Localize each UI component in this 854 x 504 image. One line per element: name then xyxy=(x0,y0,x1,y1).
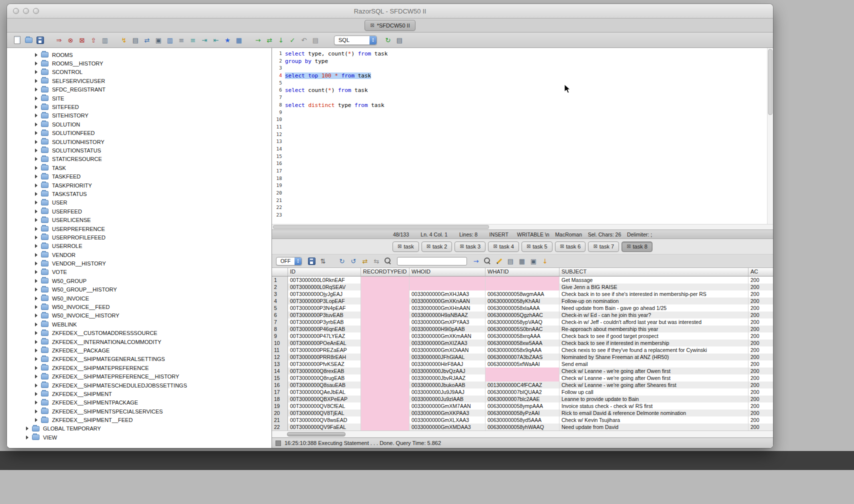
tree-item-table[interactable]: SOLUTIONFEED xyxy=(7,129,272,138)
table-cell[interactable]: 006300000058x9qAAA xyxy=(486,346,560,354)
table-cell[interactable] xyxy=(361,382,410,388)
execute-script-icon[interactable]: ▤ xyxy=(130,35,140,45)
tree-item-table[interactable]: ZKFEDEX__SHIPMATESCHEDULEDJOBSSETTINGS xyxy=(7,381,272,390)
row-number-cell[interactable]: 2 xyxy=(272,284,288,290)
edit-table-icon[interactable]: ▤ xyxy=(506,256,516,266)
table-cell[interactable]: Check-in w/ Jeff - couldn't afford last … xyxy=(560,318,748,326)
table-cell[interactable] xyxy=(361,290,410,298)
table-cell[interactable]: 200 xyxy=(748,382,773,388)
table-cell[interactable]: 006300000058xlaAAA xyxy=(486,304,560,312)
table-cell[interactable]: Leanne to provide update to Bain xyxy=(560,396,748,402)
table-cell[interactable]: 200 xyxy=(748,304,773,312)
tab-close-icon[interactable]: ⊠ xyxy=(460,244,464,249)
table-cell[interactable]: 006300000058ypVAAQ xyxy=(486,318,560,326)
export-icon[interactable]: ⇄ xyxy=(142,35,152,45)
disclosure-icon[interactable] xyxy=(35,236,38,240)
row-number-cell[interactable]: 3 xyxy=(272,290,288,298)
table-cell[interactable]: 0033000000GmXKmAAN xyxy=(410,332,486,340)
tree-item-table[interactable]: W50_INVOICE__HISTORY xyxy=(7,312,272,320)
tree-item-table[interactable]: ROOMS__HISTORY xyxy=(7,59,272,68)
tree-item-table[interactable]: ZKFEDEX__SHIPMENTPACKAGE xyxy=(7,398,272,407)
table-cell[interactable]: 006300000058yhWAAQ xyxy=(486,424,560,430)
fk-lookup-icon[interactable]: ↻ xyxy=(337,256,347,266)
disclosure-icon[interactable] xyxy=(35,374,38,378)
table-cell[interactable]: 200 xyxy=(748,374,773,382)
column-header[interactable]: ID xyxy=(288,268,361,276)
table-cell[interactable] xyxy=(361,396,410,402)
disclosure-icon[interactable] xyxy=(35,227,38,231)
table-cell[interactable]: 00T3000000PRR8rEAH xyxy=(288,354,361,360)
tab-close-icon[interactable]: ⊠ xyxy=(560,244,564,249)
table-cell[interactable]: 00T3000000PREZaEAP xyxy=(288,346,361,354)
document-tab-close-icon[interactable]: ⊠ xyxy=(370,23,374,28)
tree-item-table[interactable]: VENDOR xyxy=(7,250,272,259)
disclosure-icon[interactable] xyxy=(35,244,38,248)
tree-item-table[interactable]: SOLUTION xyxy=(7,120,272,128)
table-cell[interactable] xyxy=(361,340,410,346)
table-cell[interactable]: 200 xyxy=(748,318,773,326)
tree-item-table[interactable]: W50_GROUP__HISTORY xyxy=(7,286,272,294)
table-cell[interactable] xyxy=(486,368,560,374)
disclosure-icon[interactable] xyxy=(35,357,38,361)
table-cell[interactable]: Check w/ Leanne - we're going after Shea… xyxy=(560,382,748,388)
sort-filter-icon[interactable]: ⇅ xyxy=(318,256,328,266)
results-tab[interactable]: ⊠task 4 xyxy=(488,242,519,252)
table-cell[interactable]: 200 xyxy=(748,360,773,368)
disclosure-icon[interactable] xyxy=(35,192,38,196)
row-number-cell[interactable]: 8 xyxy=(272,326,288,332)
table-cell[interactable]: Check w/ Kevin Tsujihara xyxy=(560,416,748,424)
disclosure-icon[interactable] xyxy=(35,88,38,92)
table-cell[interactable]: 006300000058xw5AAA xyxy=(486,340,560,346)
disclosure-icon[interactable] xyxy=(26,426,28,430)
disclosure-icon[interactable] xyxy=(35,279,38,283)
results-tab[interactable]: ⊠task 8 xyxy=(622,242,652,252)
table-cell[interactable]: Check-in w/ Ed - can he join this year? xyxy=(560,312,748,318)
table-cell[interactable] xyxy=(361,346,410,354)
table-cell[interactable]: 00T3000000PfvKSEAZ xyxy=(288,360,361,368)
table-cell[interactable]: 0033000000HirF8AAJ xyxy=(410,360,486,368)
format-sql-icon[interactable]: ≡ xyxy=(188,35,198,45)
search-table-icon[interactable] xyxy=(383,256,393,266)
disclosure-icon[interactable] xyxy=(35,210,38,214)
log-icon[interactable]: ▤ xyxy=(310,35,320,45)
tree-item-table[interactable]: ZKFEDEX__SHIPMENTSPECIALSERVICES xyxy=(7,407,272,416)
tree-item-table[interactable]: USERROLE xyxy=(7,242,272,250)
tree-item-table[interactable]: SOLUTIONSTATUS xyxy=(7,146,272,154)
results-tab[interactable]: ⊠task 6 xyxy=(555,242,586,252)
titlebar[interactable]: RazorSQL - SFDCW50 II xyxy=(7,4,773,18)
tree-item-table[interactable]: W50_INVOICE__FEED xyxy=(7,302,272,311)
database-info-icon[interactable]: ▥ xyxy=(100,35,110,45)
disclosure-icon[interactable] xyxy=(35,200,38,204)
table-cell[interactable]: 200 xyxy=(748,368,773,374)
table-cell[interactable]: 00T3000000P3tuvEAB xyxy=(288,312,361,318)
row-number-cell[interactable]: 1 xyxy=(272,276,288,284)
column-header[interactable]: WHOID xyxy=(410,268,486,276)
tree-item-table[interactable]: STATICRESOURCE xyxy=(7,155,272,164)
table-cell[interactable]: 200 xyxy=(748,388,773,396)
tree-item-table[interactable]: VENDOR__HISTORY xyxy=(7,259,272,268)
tree-item-table[interactable]: ZKFEDEX__INTERNATIONALCOMMODITY xyxy=(7,338,272,346)
table-cell[interactable] xyxy=(361,374,410,382)
sql-editor[interactable]: 1234567891011121314151617181920212223 se… xyxy=(272,48,773,224)
table-cell[interactable]: Check back to see if good target prospec… xyxy=(560,332,748,340)
open-file-icon[interactable] xyxy=(24,35,34,45)
table-cell[interactable] xyxy=(361,360,410,368)
table-cell[interactable]: Check back in to see if she's interested… xyxy=(560,290,748,298)
results-tab[interactable]: ⊠task xyxy=(392,242,419,252)
table-cell[interactable]: 200 xyxy=(748,312,773,318)
table-cell[interactable]: 0033000000GmXMDAA3 xyxy=(410,424,486,430)
table-cell[interactable]: Check w/ Leanne - we're going after Owen… xyxy=(560,374,748,382)
close-connection-icon[interactable]: ⊠ xyxy=(77,35,87,45)
tree-item-folder[interactable]: VIEW xyxy=(7,433,272,442)
table-cell[interactable]: 00T3000000P3LopEAF xyxy=(288,298,361,304)
disclosure-icon[interactable] xyxy=(35,140,38,144)
table-cell[interactable]: Need update from Bain - gave go ahead 1/… xyxy=(560,304,748,312)
table-cell[interactable]: 0013000000C4fFCAAZ xyxy=(486,382,560,388)
tree-item-table[interactable]: TASKSTATUS xyxy=(7,190,272,198)
tree-item-table[interactable]: USERFEED xyxy=(7,207,272,216)
table-cell[interactable] xyxy=(361,284,410,290)
table-cell[interactable]: 200 xyxy=(748,326,773,332)
table-cell[interactable]: Re-approach about membership this year xyxy=(560,326,748,332)
find-icon[interactable] xyxy=(482,256,492,266)
table-cell[interactable]: Rick to email David & reference Delmonte… xyxy=(560,410,748,416)
